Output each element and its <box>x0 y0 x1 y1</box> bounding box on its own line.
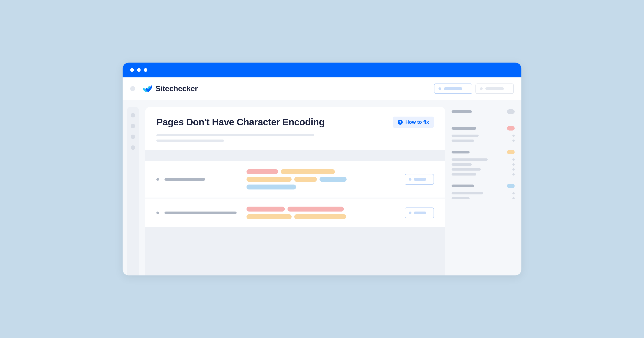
panel-item[interactable] <box>452 163 515 166</box>
section-count-badge <box>507 184 515 188</box>
panel-item[interactable] <box>452 173 515 175</box>
tag <box>246 184 296 189</box>
browser-window: Sitechecker Pages Don't Have Character E… <box>122 63 522 275</box>
brand-name: Sitechecker <box>156 84 198 93</box>
tag <box>246 214 292 219</box>
panel-item[interactable] <box>452 159 515 161</box>
section-title-placeholder <box>452 127 476 130</box>
issue-header: Pages Don't Have Character Encoding ? Ho… <box>145 107 445 150</box>
panel-item[interactable] <box>452 168 515 170</box>
header-primary-button[interactable] <box>434 83 472 94</box>
section-title-placeholder <box>452 184 474 187</box>
main-content: Pages Don't Have Character Encoding ? Ho… <box>145 107 445 275</box>
window-control-close[interactable] <box>130 68 134 72</box>
result-row <box>145 198 445 227</box>
sidebar-nav <box>127 107 139 275</box>
row-url-placeholder <box>164 211 236 214</box>
row-action-button[interactable] <box>405 174 434 185</box>
window-titlebar <box>122 63 522 77</box>
panel-section <box>452 184 515 199</box>
menu-toggle[interactable] <box>130 86 135 91</box>
app-header: Sitechecker <box>122 77 522 100</box>
how-to-fix-button[interactable]: ? How to fix <box>393 117 434 128</box>
results-list <box>145 161 445 227</box>
issue-description-placeholder <box>156 134 434 142</box>
tag <box>294 214 346 219</box>
tag <box>320 177 346 182</box>
brand-logo[interactable]: Sitechecker <box>143 84 198 93</box>
placeholder-bar <box>485 87 504 90</box>
help-icon: ? <box>398 120 403 125</box>
sidebar-item[interactable] <box>131 113 135 118</box>
issue-title: Pages Don't Have Character Encoding <box>156 117 324 128</box>
row-tags <box>246 207 359 219</box>
app-body: Pages Don't Have Character Encoding ? Ho… <box>122 100 522 275</box>
row-tags <box>246 169 359 189</box>
result-row <box>145 161 445 197</box>
how-to-fix-label: How to fix <box>405 119 429 125</box>
tag <box>281 169 335 174</box>
right-panel <box>452 107 515 275</box>
filter-strip <box>145 150 445 161</box>
panel-item[interactable] <box>452 140 515 142</box>
placeholder-bar <box>414 211 426 214</box>
section-count-badge <box>507 150 515 154</box>
placeholder-dot <box>409 178 412 181</box>
section-count-badge <box>507 109 515 114</box>
row-url-placeholder <box>164 178 205 181</box>
window-control-minimize[interactable] <box>137 68 140 72</box>
panel-section <box>452 109 515 118</box>
tag <box>246 207 285 211</box>
checkmark-icon <box>143 85 152 92</box>
panel-item[interactable] <box>452 197 515 199</box>
tag <box>294 177 317 182</box>
panel-item[interactable] <box>452 192 515 194</box>
placeholder-dot <box>409 211 412 214</box>
sidebar-item[interactable] <box>131 124 135 128</box>
panel-item[interactable] <box>452 135 515 137</box>
row-action-button[interactable] <box>405 207 434 218</box>
tag <box>246 177 292 182</box>
placeholder-bar <box>444 87 462 90</box>
header-secondary-button[interactable] <box>476 83 514 94</box>
panel-section <box>452 150 515 175</box>
sidebar-item[interactable] <box>131 145 135 150</box>
panel-section <box>452 126 515 142</box>
tag <box>246 169 278 174</box>
placeholder-dot <box>438 87 441 90</box>
section-count-badge <box>507 126 515 131</box>
section-title-placeholder <box>452 110 472 113</box>
row-status-dot <box>156 178 159 181</box>
placeholder-dot <box>480 87 483 90</box>
section-title-placeholder <box>452 151 470 154</box>
tag <box>288 207 344 211</box>
row-status-dot <box>156 211 159 214</box>
window-control-maximize[interactable] <box>144 68 147 72</box>
placeholder-bar <box>414 178 426 181</box>
sidebar-item[interactable] <box>131 135 135 139</box>
